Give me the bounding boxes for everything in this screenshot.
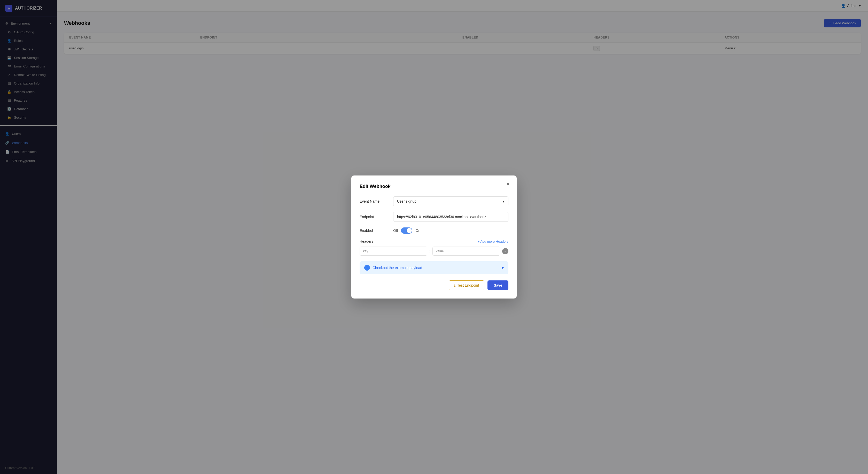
- enabled-label: Enabled: [360, 229, 393, 233]
- test-endpoint-button[interactable]: ℹ Test Endpoint: [449, 280, 485, 290]
- modal-close-button[interactable]: ✕: [504, 181, 512, 188]
- select-chevron-icon: ▾: [503, 199, 504, 203]
- modal-overlay[interactable]: Edit Webhook ✕ Event Name User signup ▾ …: [0, 0, 868, 474]
- key-input[interactable]: [360, 246, 427, 256]
- headers-label-row: Headers + Add more Headers: [360, 239, 508, 243]
- payload-text: Checkout the example payload: [373, 266, 422, 270]
- info-icon: i: [364, 265, 370, 271]
- endpoint-control: [393, 212, 508, 222]
- value-input[interactable]: [432, 246, 500, 256]
- enabled-toggle[interactable]: [401, 228, 412, 234]
- test-icon: ℹ: [454, 283, 456, 287]
- event-name-row: Event Name User signup ▾: [360, 197, 508, 206]
- event-name-label: Event Name: [360, 199, 393, 203]
- event-name-control: User signup ▾: [393, 197, 508, 206]
- on-label: On: [415, 229, 420, 233]
- minus-icon: −: [504, 249, 506, 253]
- add-more-headers-button[interactable]: + Add more Headers: [477, 240, 508, 243]
- payload-accordion-left: i Checkout the example payload: [364, 265, 422, 271]
- modal-title: Edit Webhook: [360, 184, 508, 189]
- kv-row: : −: [360, 246, 508, 256]
- payload-chevron-icon: ▾: [502, 265, 504, 270]
- close-icon: ✕: [506, 181, 510, 187]
- endpoint-input[interactable]: [393, 212, 508, 222]
- enabled-row: Enabled Off On: [360, 228, 508, 234]
- off-label: Off: [393, 229, 398, 233]
- toggle-knob: [407, 228, 412, 233]
- kv-separator: :: [429, 249, 430, 253]
- endpoint-row: Endpoint: [360, 212, 508, 222]
- modal-actions: ℹ Test Endpoint Save: [360, 280, 508, 290]
- enabled-control: Off On: [393, 228, 508, 234]
- kv-remove-button[interactable]: −: [502, 248, 508, 254]
- payload-accordion[interactable]: i Checkout the example payload ▾: [360, 261, 508, 274]
- headers-section: Headers + Add more Headers : −: [360, 239, 508, 256]
- headers-label: Headers: [360, 239, 393, 243]
- save-button[interactable]: Save: [488, 280, 508, 290]
- event-name-select[interactable]: User signup ▾: [393, 197, 508, 206]
- event-name-value: User signup: [397, 199, 416, 203]
- edit-webhook-modal: Edit Webhook ✕ Event Name User signup ▾ …: [351, 176, 517, 298]
- endpoint-label: Endpoint: [360, 215, 393, 219]
